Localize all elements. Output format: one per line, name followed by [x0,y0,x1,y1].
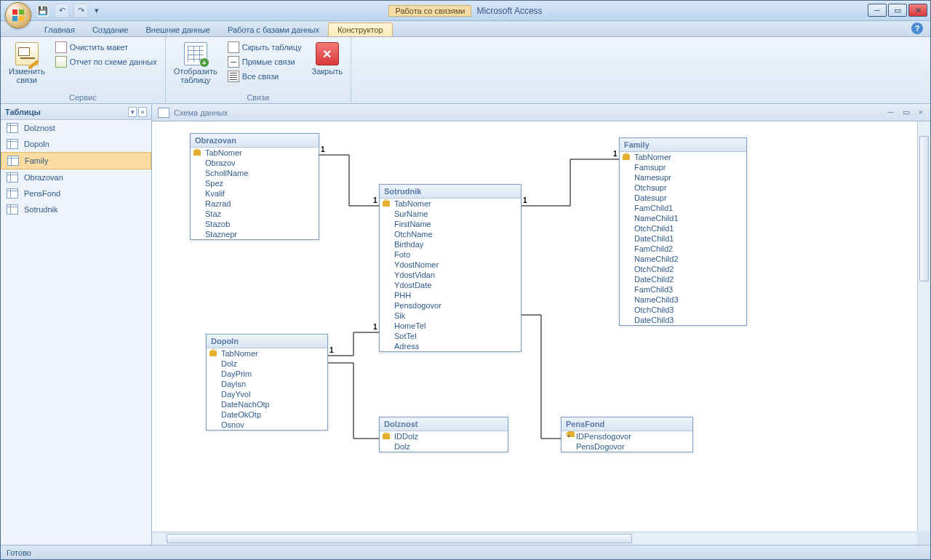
help-icon[interactable]: ? [911,23,923,34]
field[interactable]: HomeTel [380,321,521,331]
app-window: 💾 ↶ ↷ ▾ Работа со связями Microsoft Acce… [0,0,931,560]
ribbon-tab-Работа с базами данных[interactable]: Работа с базами данных [219,23,328,36]
field[interactable]: YdostVidan [380,270,521,280]
nav-item-sotrudnik[interactable]: Sotrudnik [1,201,151,217]
field[interactable]: YdostDate [380,280,521,290]
qat-redo-icon[interactable]: ↷ [73,4,88,18]
document-tab[interactable]: Схема данных ─ ▭ × [152,104,930,121]
field[interactable]: Staznepr [191,229,319,239]
field[interactable]: DayPrim [207,369,327,379]
nav-collapse-icon[interactable]: « [138,107,147,117]
clear-layout-button[interactable]: Очистить макет [52,40,161,55]
nav-item-obrazovan[interactable]: Obrazovan [1,169,151,185]
table-box-dopoln[interactable]: DopolnTabNomerDolzDayPrimDayIsnDayYvolDa… [206,334,328,431]
ribbon-tab-Создание[interactable]: Создание [84,23,137,36]
field[interactable]: SchollName [191,168,319,178]
field[interactable]: Sik [380,311,521,321]
field[interactable]: DateChild2 [620,274,746,284]
field[interactable]: Pensdogovor [380,300,521,311]
nav-item-dopoln[interactable]: Dopoln [1,136,151,152]
field[interactable]: Osnov [207,420,327,430]
field[interactable]: Famsupr [620,162,746,172]
field[interactable]: Staz [191,209,319,219]
doc-close-icon[interactable]: × [919,108,923,117]
ribbon-tab-Конструктор[interactable]: Конструктор [328,23,393,36]
field[interactable]: TabNomer [207,348,327,359]
table-icon [7,156,19,166]
edit-relations-button[interactable]: Изменить связи [5,40,49,87]
ribbon-tab-Внешние данные[interactable]: Внешние данные [137,23,219,36]
qat-undo-icon[interactable]: ↶ [55,4,69,18]
field[interactable]: Razrad [191,199,319,209]
field[interactable]: Otchsupr [620,183,746,193]
close-relations-button[interactable]: ✕ Закрыть [308,40,346,78]
field[interactable]: OtchChild1 [620,223,746,233]
doc-minimize-icon[interactable]: ─ [888,108,894,117]
field[interactable]: Birthday [380,239,521,249]
table-box-family[interactable]: FamilyTabNomerFamsuprNamesuprOtchsuprDat… [619,137,747,326]
field[interactable]: Obrazov [191,158,319,168]
table-box-dolznost[interactable]: DolznostIDDolzDolz [379,417,508,452]
office-button[interactable] [5,2,31,28]
field[interactable]: Dolz [380,441,508,452]
ribbon-tab-Главная[interactable]: Главная [36,23,84,36]
minimize-button[interactable]: ─ [868,4,887,17]
schema-report-button[interactable]: Отчет по схеме данных [52,55,161,69]
window-title: Работа со связями Microsoft Access [1,5,930,17]
field[interactable]: TabNomer [380,199,521,209]
field[interactable]: NameChild3 [620,295,746,305]
field[interactable]: TabNomer [191,148,319,158]
field[interactable]: FamChild2 [620,244,746,254]
maximize-button[interactable]: ▭ [888,4,907,17]
qat-dropdown-icon[interactable]: ▾ [92,4,101,18]
field[interactable]: YdostNomer [380,260,521,270]
direct-links-button[interactable]: Прямые связи [224,55,305,69]
field[interactable]: FamChild1 [620,203,746,213]
vertical-scrollbar[interactable] [917,121,930,532]
nav-item-dolznost[interactable]: Dolznost [1,120,151,136]
nav-header[interactable]: Таблицы ▾« [1,104,151,120]
field[interactable]: FamChild3 [620,284,746,295]
field[interactable]: DayIsn [207,379,327,389]
show-table-button[interactable]: + Отобразить таблицу [170,40,221,87]
field[interactable]: DayYvol [207,389,327,399]
field[interactable]: Kvalif [191,188,319,199]
doc-restore-icon[interactable]: ▭ [903,108,910,117]
field[interactable]: SotTel [380,331,521,341]
field[interactable]: PHH [380,290,521,300]
field[interactable]: DateOkOtp [207,409,327,420]
field[interactable]: DateChild1 [620,233,746,244]
hide-table-button[interactable]: Скрыть таблицу [224,40,305,55]
field[interactable]: DateNachOtp [207,399,327,409]
field[interactable]: TabNomer [620,152,746,162]
qat-save-icon[interactable]: 💾 [36,4,50,18]
nav-item-family[interactable]: Family [1,152,151,169]
field[interactable]: Dolz [207,359,327,369]
close-button[interactable]: ✕ [908,4,927,17]
field[interactable]: PensDogovor [562,441,692,452]
field[interactable]: Datesupr [620,193,746,203]
field[interactable]: NameChild2 [620,254,746,264]
nav-dropdown-icon[interactable]: ▾ [128,107,137,117]
field[interactable]: Namesupr [620,172,746,183]
field[interactable]: Foto [380,249,521,260]
field[interactable]: OtchName [380,229,521,239]
field[interactable]: SurName [380,209,521,219]
field[interactable]: OtchChild2 [620,264,746,274]
field[interactable]: Spez [191,178,319,188]
field[interactable]: OtchChild3 [620,305,746,315]
table-box-obrazovan[interactable]: ObrazovanTabNomerObrazovSchollNameSpezKv… [190,133,319,240]
field[interactable]: NameChild1 [620,213,746,223]
field[interactable]: DateChild3 [620,315,746,325]
table-box-pensfond[interactable]: PensFondIDPensdogovorPensDogovor [561,417,693,452]
field[interactable]: FirstName [380,219,521,229]
field[interactable]: Adress [380,341,521,351]
field[interactable]: IDPensdogovor [562,431,692,441]
all-links-button[interactable]: Все связи [224,69,305,84]
nav-item-pensfond[interactable]: PensFond [1,185,151,201]
table-box-sotrudnik[interactable]: SotrudnikTabNomerSurNameFirstNameOtchNam… [379,184,522,352]
horizontal-scrollbar[interactable] [152,532,917,545]
field[interactable]: Stazob [191,219,319,229]
relationships-canvas[interactable]: 111111 ObrazovanTabNomerObrazovSchollNam… [152,121,917,532]
field[interactable]: IDDolz [380,431,508,441]
